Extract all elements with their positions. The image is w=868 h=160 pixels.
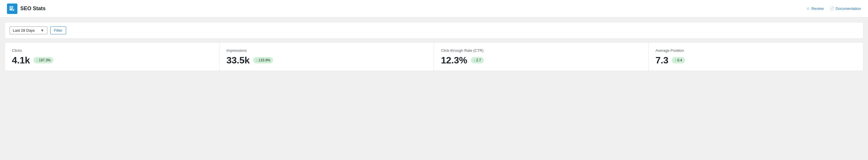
avg-position-value: 7.3 [655,56,668,65]
svg-rect-1 [10,7,12,7]
header-left: SEO Stats [7,3,45,14]
ctr-badge-value: 2.7 [476,58,481,62]
chevron-down-icon: ▼ [40,28,44,33]
stat-card-avg-position: Average Position 7.3 ↑ 0.4 [649,43,863,71]
ctr-arrow-up-icon: ↑ [474,58,475,62]
impressions-badge-value: 133.9% [259,58,271,62]
avg-position-label: Average Position [655,48,856,53]
filter-bar: Last 28 Days ▼ Filter [5,22,863,39]
avg-position-badge: ↑ 0.4 [672,57,685,63]
app-logo [7,3,18,14]
clicks-arrow-up-icon: ↑ [36,58,38,62]
svg-rect-3 [10,8,11,9]
avg-position-badge-value: 0.4 [677,58,682,62]
stats-grid: Clicks 4.1k ↑ 197.3% Impressions 33.5k ↑… [5,42,863,71]
document-icon: 📄 [830,6,834,11]
clicks-badge: ↑ 197.3% [33,57,54,63]
date-range-value: Last 28 Days [13,28,35,33]
impressions-badge: ↑ 133.9% [253,57,273,63]
impressions-arrow-up-icon: ↑ [256,58,258,62]
stat-card-clicks: Clicks 4.1k ↑ 197.3% [5,43,219,71]
header-right: ☆ Review 📄 Documentation [806,6,861,11]
filter-button[interactable]: Filter [50,26,66,34]
clicks-value-row: 4.1k ↑ 197.3% [12,56,212,65]
review-link[interactable]: ☆ Review [806,6,824,11]
page-wrapper: SEO Stats ☆ Review 📄 Documentation Last … [0,0,868,71]
svg-rect-6 [13,9,14,11]
documentation-link[interactable]: 📄 Documentation [830,6,861,11]
avg-position-arrow-up-icon: ↑ [675,58,676,62]
clicks-value: 4.1k [12,56,30,65]
impressions-value: 33.5k [226,56,250,65]
stat-card-ctr: Click-through Rate (CTR) 12.3% ↑ 2.7 [434,43,649,71]
svg-rect-7 [14,9,14,11]
ctr-value: 12.3% [441,56,467,65]
ctr-badge: ↑ 2.7 [471,57,484,63]
ctr-label: Click-through Rate (CTR) [441,48,641,53]
svg-rect-2 [10,7,12,8]
date-range-dropdown[interactable]: Last 28 Days ▼ [9,26,47,34]
svg-rect-5 [13,9,13,11]
avg-position-value-row: 7.3 ↑ 0.4 [655,56,856,65]
app-title: SEO Stats [20,5,45,11]
clicks-badge-value: 197.3% [39,58,51,62]
impressions-value-row: 33.5k ↑ 133.9% [226,56,427,65]
stat-card-impressions: Impressions 33.5k ↑ 133.9% [219,43,434,71]
impressions-label: Impressions [226,48,427,53]
header: SEO Stats ☆ Review 📄 Documentation [0,0,868,18]
ctr-value-row: 12.3% ↑ 2.7 [441,56,641,65]
clicks-label: Clicks [12,48,212,53]
star-icon: ☆ [806,6,810,11]
